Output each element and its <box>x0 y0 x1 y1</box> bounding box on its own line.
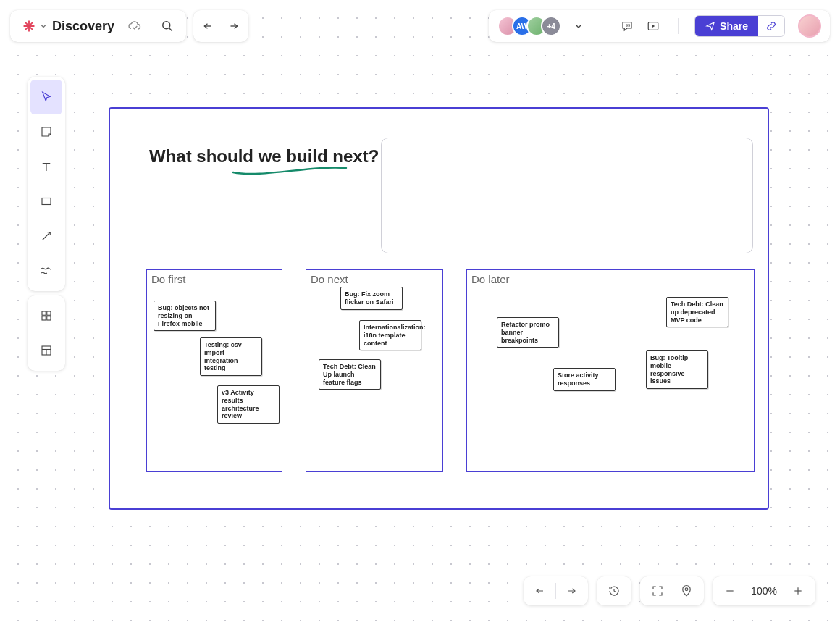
link-icon <box>765 20 777 32</box>
card-refactor-promo[interactable]: Refactor promo banner breakpoints <box>497 317 559 348</box>
comment-button[interactable]: 99 <box>618 17 636 35</box>
share-button[interactable]: Share <box>695 16 758 36</box>
left-toolbar <box>28 77 65 371</box>
zoom-in-button[interactable] <box>784 579 812 602</box>
copy-link-button[interactable] <box>758 16 784 36</box>
file-panel: Discovery <box>10 10 186 42</box>
underline-scribble <box>232 165 348 178</box>
layout-icon <box>40 344 53 357</box>
text-tool[interactable] <box>30 149 62 184</box>
card-bug-firefox[interactable]: Bug: objects not resizing on Firefox mob… <box>154 301 216 331</box>
column-label: Do first <box>151 273 186 285</box>
present-button[interactable] <box>644 17 662 35</box>
board-frame[interactable]: What should we build next? Do first Do n… <box>109 107 769 510</box>
time-group <box>597 576 631 605</box>
avatar-overflow[interactable]: +4 <box>541 16 561 36</box>
svg-point-4 <box>163 22 170 29</box>
history-group <box>524 576 588 605</box>
undo-redo-panel <box>193 10 248 42</box>
logo-icon <box>20 17 38 35</box>
svg-rect-8 <box>42 198 51 205</box>
draw-tool[interactable] <box>30 253 62 288</box>
divider <box>151 18 151 34</box>
card-store-activity[interactable]: Store activity responses <box>553 368 616 391</box>
card-i18n[interactable]: Internationalization: i18n template cont… <box>359 320 421 350</box>
arrow-icon <box>40 230 53 243</box>
share-group: Share <box>694 15 785 37</box>
current-user-avatar[interactable] <box>798 14 821 38</box>
frame-tool[interactable] <box>30 333 62 368</box>
chevron-down-icon <box>41 23 46 29</box>
line-tool[interactable] <box>30 219 62 253</box>
zoom-level[interactable]: 100% <box>744 585 784 597</box>
divider <box>678 18 679 34</box>
card-testing-csv[interactable]: Testing: csv import integration testing <box>200 337 262 376</box>
search-icon[interactable] <box>159 17 176 35</box>
rectangle-icon <box>40 195 53 208</box>
zoom-group: 100% <box>713 576 815 605</box>
pointer-icon <box>40 91 53 104</box>
undo-button[interactable] <box>201 17 218 35</box>
select-tool[interactable] <box>30 80 62 114</box>
nav-group <box>640 576 704 605</box>
tools-group-main <box>28 77 65 291</box>
svg-line-9 <box>43 232 51 240</box>
shape-tool[interactable] <box>30 184 62 219</box>
app-menu-button[interactable] <box>20 17 46 35</box>
paper-plane-icon <box>705 21 715 31</box>
tools-group-extras <box>28 295 65 371</box>
board-title[interactable]: What should we build next? <box>149 146 379 167</box>
empty-text-box[interactable] <box>381 138 753 253</box>
svg-rect-12 <box>42 316 46 320</box>
svg-line-5 <box>169 28 172 31</box>
text-icon <box>40 160 53 173</box>
svg-rect-11 <box>47 311 51 315</box>
sticky-tool[interactable] <box>30 114 62 149</box>
card-bug-safari[interactable]: Bug: Fix zoom flicker on Safari <box>340 287 403 310</box>
undo-button-bottom[interactable] <box>526 579 555 602</box>
divider <box>602 18 602 34</box>
history-button[interactable] <box>600 579 629 602</box>
svg-text:99: 99 <box>626 23 631 28</box>
collaborator-avatars[interactable]: AW +4 <box>497 16 561 36</box>
card-techdebt-mvp[interactable]: Tech Debt: Clean up deprecated MVP code <box>666 297 728 327</box>
column-label: Do next <box>311 273 348 285</box>
zoom-out-button[interactable] <box>715 579 744 602</box>
svg-rect-13 <box>47 316 51 320</box>
card-v3-review[interactable]: v3 Activity results architecture review <box>217 385 280 424</box>
grid-icon <box>40 309 53 322</box>
bottom-right-controls: 100% <box>524 576 815 605</box>
fullscreen-button[interactable] <box>643 579 672 602</box>
scribble-icon <box>39 264 54 277</box>
svg-rect-10 <box>42 311 46 315</box>
sticky-note-icon <box>40 125 53 138</box>
cloud-sync-icon[interactable] <box>126 17 143 35</box>
top-right-panel: AW +4 99 Share <box>489 10 830 42</box>
svg-point-17 <box>685 588 688 591</box>
file-name[interactable]: Discovery <box>52 19 114 34</box>
templates-tool[interactable] <box>30 298 62 333</box>
redo-button[interactable] <box>224 17 241 35</box>
collaborators-menu-button[interactable] <box>571 19 586 33</box>
locate-button[interactable] <box>672 579 701 602</box>
card-bug-tooltip[interactable]: Bug: Tooltip mobile responsive issues <box>646 350 708 389</box>
card-techdebt-flags[interactable]: Tech Debt: Clean Up launch feature flags <box>319 359 381 390</box>
column-label: Do later <box>471 273 510 285</box>
redo-button-bottom[interactable] <box>556 579 585 602</box>
top-left-cluster: Discovery <box>10 10 248 42</box>
share-label: Share <box>720 20 748 32</box>
